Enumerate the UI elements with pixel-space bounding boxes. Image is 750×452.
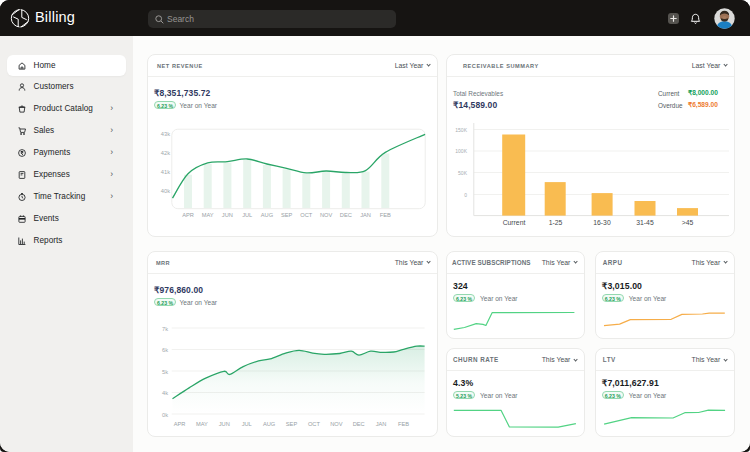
svg-text:16-30: 16-30	[593, 219, 611, 226]
svg-text:5k: 5k	[162, 369, 168, 375]
svg-text:JUN: JUN	[222, 212, 233, 218]
svg-text:6k: 6k	[162, 347, 168, 353]
svg-text:100K: 100K	[455, 148, 467, 154]
svg-text:41k: 41k	[161, 169, 170, 175]
svg-text:SEP: SEP	[286, 421, 298, 427]
svg-text:0k: 0k	[162, 412, 168, 418]
svg-text:JUN: JUN	[219, 421, 230, 427]
svg-text:FEB: FEB	[380, 212, 391, 218]
svg-text:4k: 4k	[162, 390, 168, 396]
svg-text:0: 0	[464, 192, 467, 198]
svg-text:JAN: JAN	[360, 212, 371, 218]
svg-text:APR: APR	[182, 212, 194, 218]
svg-text:DEC: DEC	[353, 421, 365, 427]
svg-text:AUG: AUG	[263, 421, 275, 427]
svg-text:150K: 150K	[455, 127, 467, 133]
svg-text:JUL: JUL	[242, 212, 252, 218]
svg-text:DEC: DEC	[340, 212, 352, 218]
svg-text:NOV: NOV	[330, 421, 343, 427]
svg-text:50K: 50K	[458, 170, 468, 176]
svg-text:NOV: NOV	[320, 212, 333, 218]
svg-text:MAY: MAY	[202, 212, 214, 218]
svg-text:31-45: 31-45	[636, 219, 654, 226]
svg-text:JAN: JAN	[376, 421, 387, 427]
svg-text:42k: 42k	[161, 150, 170, 156]
svg-text:OCT: OCT	[300, 212, 313, 218]
svg-text:>45: >45	[682, 219, 694, 226]
svg-text:MAY: MAY	[196, 421, 208, 427]
svg-text:40k: 40k	[161, 188, 170, 194]
svg-text:OCT: OCT	[308, 421, 321, 427]
svg-text:1-25: 1-25	[549, 219, 563, 226]
svg-text:AUG: AUG	[261, 212, 273, 218]
svg-text:APR: APR	[174, 421, 186, 427]
svg-text:7k: 7k	[162, 326, 168, 332]
svg-text:43k: 43k	[161, 131, 170, 137]
svg-text:FEB: FEB	[398, 421, 409, 427]
svg-text:JUL: JUL	[242, 421, 252, 427]
svg-text:Current: Current	[503, 219, 526, 226]
svg-text:SEP: SEP	[281, 212, 293, 218]
